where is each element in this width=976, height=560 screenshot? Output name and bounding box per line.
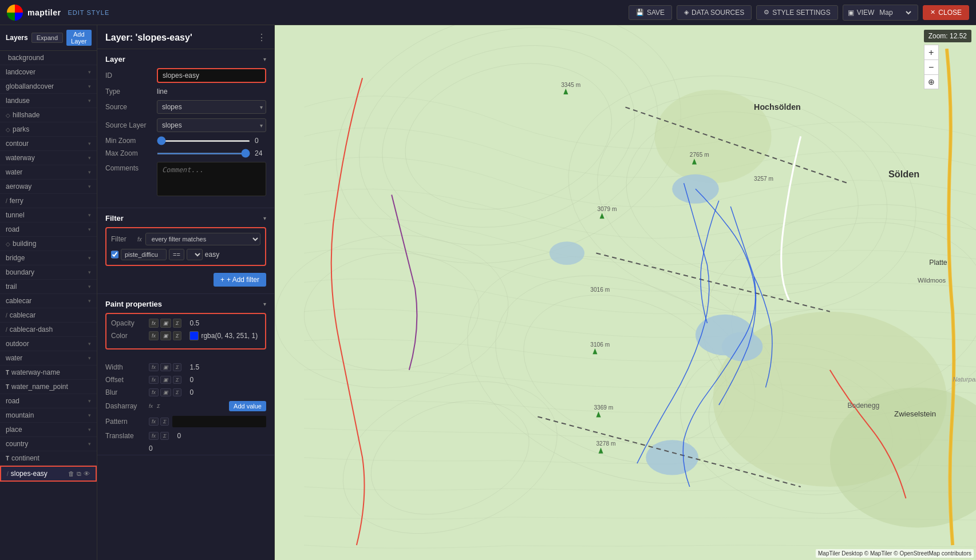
translate-sigma-button[interactable]: Σ — [160, 432, 169, 440]
layer-item-country[interactable]: country▾ — [0, 437, 97, 451]
min-zoom-slider[interactable] — [157, 140, 250, 142]
add-value-button[interactable]: Add value — [229, 401, 266, 411]
filter-value-input[interactable] — [205, 251, 275, 259]
layer-item-place[interactable]: place▾ — [0, 423, 97, 437]
color-sigma-button[interactable]: Σ — [173, 331, 181, 340]
layer-item-bridge[interactable]: bridge▾ — [0, 251, 97, 265]
filter-match-select[interactable]: every filter matches any filter matches — [145, 233, 260, 245]
layer-item-mountain[interactable]: mountain▾ — [0, 408, 97, 423]
offset-zoom-button[interactable]: ▣ — [160, 376, 171, 384]
filter-condition-checkbox[interactable] — [111, 251, 118, 259]
translate-row: Translate fx Σ 0 — [97, 430, 274, 442]
layer-item-water-name-point[interactable]: Twater_name_point — [0, 380, 97, 394]
layer-item-contour[interactable]: contour▾ — [0, 137, 97, 151]
duplicate-layer-icon[interactable]: ⧉ — [77, 470, 81, 478]
slash-icon: / — [7, 471, 9, 477]
close-button[interactable]: ✕ CLOSE — [923, 5, 969, 20]
layer-item-ferry[interactable]: /ferry — [0, 194, 97, 208]
opacity-icons: fx ▣ Σ — [149, 319, 181, 328]
save-icon: 💾 — [636, 9, 644, 16]
layer-item-water-2[interactable]: water▾ — [0, 351, 97, 366]
layer-item-boundary[interactable]: boundary▾ — [0, 265, 97, 280]
add-filter-button[interactable]: + + Add filter — [214, 273, 266, 287]
layer-item-building[interactable]: ◇building — [0, 237, 97, 251]
min-zoom-label: Min Zoom — [105, 137, 157, 145]
max-zoom-value: 24 — [255, 149, 266, 157]
blur-fx-button[interactable]: fx — [149, 388, 159, 396]
max-zoom-slider[interactable] — [157, 153, 250, 154]
layer-item-globallandcover[interactable]: globallandcover▾ — [0, 80, 97, 94]
blur-zoom-button[interactable]: ▣ — [160, 388, 171, 396]
layer-item-waterway[interactable]: waterway▾ — [0, 151, 97, 165]
color-fx-button[interactable]: fx — [149, 331, 159, 340]
map-area[interactable]: Hochsölden Sölden Platte Wildmoos Zwiese… — [275, 25, 976, 560]
filter-field-input[interactable] — [121, 249, 167, 260]
id-input[interactable] — [157, 68, 266, 83]
layer-item-waterway-name[interactable]: Twaterway-name — [0, 366, 97, 380]
source-select[interactable]: slopes — [157, 100, 266, 114]
width-fx-button[interactable]: fx — [149, 363, 159, 371]
pattern-sigma-button[interactable]: Σ — [160, 418, 169, 426]
layer-section: Layer ▾ ID Type line Source — [97, 49, 274, 208]
delete-layer-icon[interactable]: 🗑 — [68, 470, 74, 478]
expand-button[interactable]: Expand — [31, 33, 63, 43]
add-layer-button[interactable]: Add Layer — [66, 30, 92, 46]
data-sources-button[interactable]: ◈ DATA SOURCES — [677, 5, 752, 20]
source-label: Source — [105, 103, 157, 111]
color-zoom-button[interactable]: ▣ — [160, 331, 171, 340]
layer-item-cablecar-dash[interactable]: /cablecar-dash — [0, 323, 97, 337]
layer-item-trail[interactable]: trail▾ — [0, 280, 97, 294]
layer-item-landcover[interactable]: landcover▾ — [0, 65, 97, 80]
layer-item-continent[interactable]: Tcontinent — [0, 451, 97, 466]
opacity-fx-button[interactable]: fx — [149, 319, 159, 328]
layer-item-cablecar[interactable]: cablecar▾ — [0, 294, 97, 308]
filter-eq-button[interactable]: == — [169, 249, 184, 260]
layer-item-outdoor[interactable]: outdoor▾ — [0, 337, 97, 351]
width-sigma-button[interactable]: Σ — [173, 363, 181, 371]
offset-fx-button[interactable]: fx — [149, 376, 159, 384]
layer-item-road-2[interactable]: road▾ — [0, 394, 97, 408]
comments-textarea[interactable] — [157, 162, 266, 196]
paint-section-toggle[interactable]: ▾ — [263, 301, 266, 307]
zoom-in-button[interactable]: + — [924, 45, 939, 59]
zoom-out-button[interactable]: − — [924, 59, 939, 74]
opacity-sigma-button[interactable]: Σ — [173, 319, 181, 328]
topbar: maptiler EDIT STYLE 💾 SAVE ◈ DATA SOURCE… — [0, 0, 976, 25]
view-dropdown[interactable]: Map Satellite Hybrid — [877, 8, 913, 17]
width-zoom-button[interactable]: ▣ — [160, 363, 171, 371]
layer-item-aeroway[interactable]: aeroway▾ — [0, 180, 97, 194]
color-swatch[interactable] — [189, 331, 199, 340]
more-options-button[interactable]: ⋮ — [257, 32, 266, 43]
compass-button[interactable]: ⊕ — [924, 74, 939, 89]
filter-section-toggle[interactable]: ▾ — [263, 215, 266, 221]
opacity-zoom-button[interactable]: ▣ — [160, 319, 171, 328]
filter-section-title: Filter — [105, 214, 124, 223]
translate-y-row: 0 — [97, 442, 274, 455]
source-layer-select[interactable]: slopes — [157, 118, 266, 132]
layer-section-toggle[interactable]: ▾ — [263, 56, 266, 62]
save-button[interactable]: 💾 SAVE — [629, 5, 672, 20]
layers-header: Layers Expand Add Layer — [0, 25, 97, 51]
source-layer-select-wrap: slopes ▾ — [157, 118, 266, 132]
visibility-layer-icon[interactable]: 👁 — [84, 470, 90, 478]
translate-fx-button[interactable]: fx — [149, 432, 159, 440]
blur-icons: fx ▣ Σ — [149, 388, 181, 396]
layer-item-landuse[interactable]: landuse▾ — [0, 94, 97, 108]
layer-item-background[interactable]: background — [0, 51, 97, 65]
pattern-fx-button[interactable]: fx — [149, 418, 159, 426]
layers-tab[interactable]: Layers — [6, 34, 28, 42]
filter-op-select[interactable]: ▾ — [187, 249, 203, 260]
layer-item-hillshade[interactable]: ◇hillshade — [0, 108, 97, 122]
style-settings-button[interactable]: ⚙ STYLE SETTINGS — [756, 5, 837, 20]
layer-item-slopes-easy[interactable]: / slopes-easy 🗑 ⧉ 👁 — [0, 466, 97, 482]
layer-item-tunnel[interactable]: tunnel▾ — [0, 208, 97, 223]
layer-item-cablecar-line[interactable]: /cablecar — [0, 308, 97, 323]
layer-item-water-1[interactable]: water▾ — [0, 165, 97, 180]
layer-item-road-1[interactable]: road▾ — [0, 223, 97, 237]
view-selector[interactable]: ▣ VIEW Map Satellite Hybrid — [843, 5, 919, 21]
offset-sigma-button[interactable]: Σ — [173, 376, 181, 384]
filter-row: Filter fx every filter matches any filte… — [111, 233, 260, 245]
svg-text:3106 m: 3106 m — [590, 341, 610, 348]
layer-item-parks[interactable]: ◇parks — [0, 122, 97, 137]
blur-sigma-button[interactable]: Σ — [173, 388, 181, 396]
